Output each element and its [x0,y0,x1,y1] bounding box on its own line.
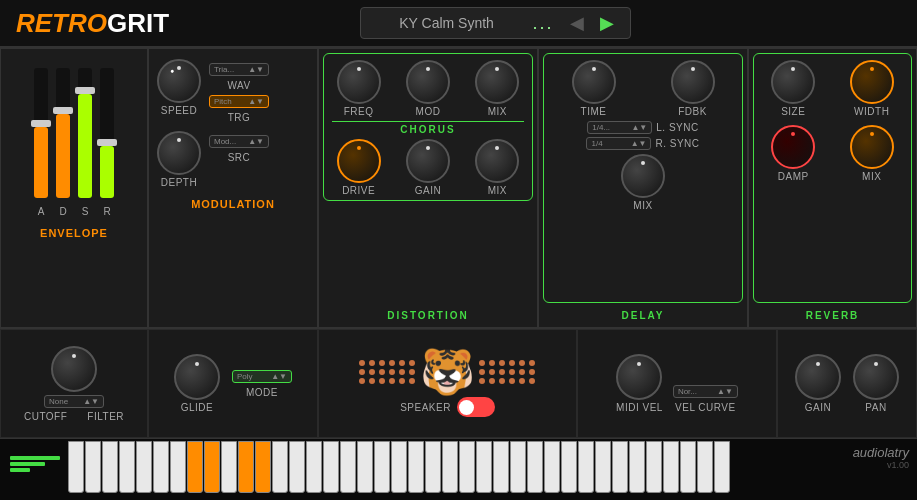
midi-vel-label: MIDI VEL [616,402,663,413]
white-key[interactable] [527,441,543,493]
white-key[interactable] [459,441,475,493]
lsync-dropdown[interactable]: 1/4... ▲▼ [587,121,652,134]
white-key[interactable] [68,441,84,493]
white-key[interactable] [646,441,662,493]
delay-mix-knob[interactable] [621,154,665,198]
delay-fdbk-label: FDBK [678,106,707,117]
white-key[interactable] [85,441,101,493]
rsync-row: 1/4 ▲▼ R. SYNC [586,137,699,150]
src-dropdown[interactable]: Mod... ▲▼ [209,135,269,148]
white-key[interactable] [612,441,628,493]
mode-dropdown[interactable]: Poly ▲▼ [232,370,292,383]
filter-dropdown[interactable]: None ▲▼ [44,395,104,408]
vel-curve-section: Nor... ▲▼ VEL CURVE [673,385,738,413]
white-key[interactable] [289,441,305,493]
fader-decay[interactable]: D [56,68,70,217]
white-key[interactable] [221,441,237,493]
wav-section: Tria... ▲▼ WAV Pitch ▲▼ TRG [209,59,269,123]
dist-gain-knob[interactable] [406,139,450,183]
fader-sustain[interactable]: S [78,68,92,217]
white-key[interactable] [374,441,390,493]
reverb-mix-label: MIX [862,171,881,182]
dist-drive-knob[interactable] [337,139,381,183]
fader-attack[interactable]: A [34,68,48,217]
reverb-damp-knob[interactable] [771,125,815,169]
chorus-mod-knob[interactable] [406,60,450,104]
speaker-toggle[interactable] [457,397,495,417]
audiolatry-name: audiolatry [853,445,909,460]
white-key[interactable] [306,441,322,493]
trg-dropdown[interactable]: Pitch ▲▼ [209,95,269,108]
white-key[interactable] [170,441,186,493]
white-key[interactable] [323,441,339,493]
white-key[interactable] [697,441,713,493]
piano-keys[interactable] [68,441,817,493]
white-key[interactable] [272,441,288,493]
reverb-damp-label: DAMP [778,171,809,182]
white-key[interactable] [442,441,458,493]
white-key[interactable] [425,441,441,493]
cutoff-knob[interactable] [51,346,97,392]
gain-knob[interactable] [795,354,841,400]
fader-attack-label: A [38,206,45,217]
white-key[interactable] [510,441,526,493]
fader-decay-label: D [59,206,66,217]
white-key[interactable] [629,441,645,493]
speed-knob-group: SPEED [157,59,201,116]
vel-curve-dropdown[interactable]: Nor... ▲▼ [673,385,738,398]
white-key[interactable] [340,441,356,493]
chorus-mix-knob[interactable] [475,60,519,104]
delay-time-knob-group: TIME [572,60,616,117]
rsync-dropdown[interactable]: 1/4 ▲▼ [586,137,651,150]
white-key[interactable] [561,441,577,493]
next-preset-button[interactable]: ▶ [600,12,614,34]
white-key[interactable] [680,441,696,493]
fader-release[interactable]: R [100,68,114,217]
white-key[interactable] [357,441,373,493]
white-key[interactable] [391,441,407,493]
chorus-mod-label: MOD [416,106,441,117]
white-key[interactable] [493,441,509,493]
reverb-width-knob[interactable] [850,60,894,104]
white-key[interactable] [663,441,679,493]
delay-fdbk-knob[interactable] [671,60,715,104]
wav-dropdown[interactable]: Tria... ▲▼ [209,63,269,76]
white-key[interactable] [476,441,492,493]
faders-row: A D S [34,57,114,217]
reverb-mix-knob[interactable] [850,125,894,169]
bottom-controls: None ▲▼ CUTOFF FILTER GLIDE Poly ▲▼ MODE [0,328,917,438]
white-key[interactable] [119,441,135,493]
white-key-active[interactable] [255,441,271,493]
preset-name: KY Calm Synth [377,15,517,31]
dots-menu[interactable]: ... [533,13,554,34]
midi-vel-knob[interactable] [616,354,662,400]
chorus-freq-knob[interactable] [337,60,381,104]
white-key[interactable] [102,441,118,493]
delay-mix-knob-group: MIX [621,154,665,211]
mode-section: Poly ▲▼ MODE [232,370,292,398]
reverb-size-knob[interactable] [771,60,815,104]
white-key-active[interactable] [204,441,220,493]
reverb-width-label: WIDTH [854,106,889,117]
white-key[interactable] [153,441,169,493]
reverb-size-label: SIZE [781,106,805,117]
dist-mix-label: MIX [488,185,507,196]
midi-vel-cell: MIDI VEL Nor... ▲▼ VEL CURVE [577,329,777,438]
white-key-active[interactable] [187,441,203,493]
white-key[interactable] [578,441,594,493]
reverb-section: SIZE WIDTH DAMP [753,53,912,303]
white-key[interactable] [544,441,560,493]
white-key[interactable] [136,441,152,493]
depth-knob[interactable] [157,131,201,175]
white-key[interactable] [714,441,730,493]
speaker-label: SPEAKER [400,402,451,413]
speed-knob[interactable] [157,59,201,103]
pan-knob[interactable] [853,354,899,400]
dist-mix-knob[interactable] [475,139,519,183]
delay-time-knob[interactable] [572,60,616,104]
white-key-active[interactable] [238,441,254,493]
white-key[interactable] [595,441,611,493]
glide-knob[interactable] [174,354,220,400]
white-key[interactable] [408,441,424,493]
prev-preset-button[interactable]: ◀ [570,12,584,34]
